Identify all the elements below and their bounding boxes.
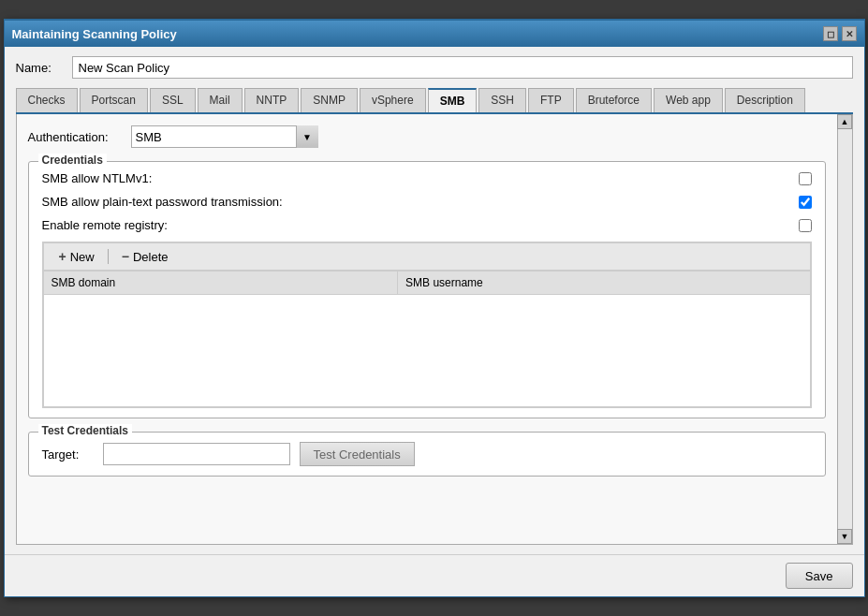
scroll-down-button[interactable]: ▼	[837, 529, 852, 544]
credentials-group-title: Credentials	[38, 154, 107, 167]
toolbar-separator	[108, 249, 109, 264]
new-label: New	[70, 250, 95, 264]
name-input[interactable]	[72, 56, 853, 79]
scrollbar[interactable]: ▲ ▼	[837, 114, 852, 544]
auth-select-wrapper: SMB Kerberos None ▼	[131, 125, 318, 148]
auth-row: Authentication: SMB Kerberos None ▼	[28, 125, 826, 148]
window-title: Maintaining Scanning Policy	[12, 27, 177, 41]
checkbox-ntlmv1[interactable]	[799, 172, 812, 185]
test-target-input[interactable]	[103, 443, 290, 465]
name-row: Name:	[16, 56, 853, 79]
checkbox-registry[interactable]	[799, 219, 812, 232]
name-label: Name:	[16, 61, 63, 75]
credentials-table-container: + New − Delete	[42, 242, 812, 408]
checkbox-plaintext-label: SMB allow plain-text password transmissi…	[42, 195, 283, 209]
checkbox-ntlmv1-row: SMB allow NTLMv1:	[42, 171, 812, 185]
tab-ftp[interactable]: FTP	[528, 88, 574, 112]
tab-mail[interactable]: Mail	[198, 88, 243, 112]
checkbox-plaintext[interactable]	[799, 196, 812, 209]
tab-portscan[interactable]: Portscan	[80, 88, 148, 112]
new-icon: +	[59, 249, 66, 264]
credentials-table-body	[43, 295, 810, 407]
col-smb-username: SMB username	[398, 271, 810, 295]
close-button[interactable]: ✕	[842, 26, 857, 41]
auth-label: Authentication:	[28, 130, 122, 144]
delete-button[interactable]: − Delete	[114, 247, 176, 266]
tab-nntp[interactable]: NNTP	[244, 88, 300, 112]
tab-description[interactable]: Description	[725, 88, 805, 112]
window-body: Name: Checks Portscan SSL Mail NNTP SNMP…	[5, 47, 864, 554]
scroll-up-button[interactable]: ▲	[837, 114, 852, 129]
save-button[interactable]: Save	[786, 563, 853, 589]
tabs-bar: Checks Portscan SSL Mail NNTP SNMP vSphe…	[16, 88, 853, 114]
auth-select[interactable]: SMB Kerberos None	[131, 125, 318, 148]
title-bar-buttons: ◻ ✕	[823, 26, 857, 41]
checkbox-registry-label: Enable remote registry:	[42, 218, 168, 232]
test-credentials-title: Test Credentials	[38, 424, 132, 437]
tab-smb[interactable]: SMB	[428, 88, 478, 112]
test-row: Target: Test Credentials	[42, 442, 812, 466]
new-button[interactable]: + New	[51, 247, 102, 266]
test-target-label: Target:	[42, 447, 94, 462]
scroll-track[interactable]	[838, 129, 852, 529]
tab-ssh[interactable]: SSH	[478, 88, 526, 112]
delete-label: Delete	[133, 250, 169, 264]
tab-webapp[interactable]: Web app	[654, 88, 723, 112]
checkbox-registry-row: Enable remote registry:	[42, 218, 812, 232]
inner-content: Authentication: SMB Kerberos None ▼ Cred…	[28, 125, 841, 477]
checkbox-plaintext-row: SMB allow plain-text password transmissi…	[42, 195, 812, 209]
title-bar: Maintaining Scanning Policy ◻ ✕	[5, 21, 864, 47]
bottom-bar: Save	[5, 554, 864, 596]
restore-button[interactable]: ◻	[823, 26, 838, 41]
tab-bruteforce[interactable]: Bruteforce	[576, 88, 652, 112]
tab-ssl[interactable]: SSL	[150, 88, 196, 112]
main-window: Maintaining Scanning Policy ◻ ✕ Name: Ch…	[4, 19, 865, 597]
test-credentials-button[interactable]: Test Credentials	[300, 442, 415, 466]
col-smb-domain: SMB domain	[43, 271, 398, 295]
credentials-table: SMB domain SMB username	[43, 271, 811, 407]
checkbox-ntlmv1-label: SMB allow NTLMv1:	[42, 171, 153, 185]
test-credentials-button-label: Test Credentials	[314, 447, 401, 462]
credentials-toolbar: + New − Delete	[43, 242, 811, 271]
delete-icon: −	[122, 249, 129, 264]
tab-content: Authentication: SMB Kerberos None ▼ Cred…	[16, 114, 853, 545]
save-label: Save	[805, 569, 833, 583]
tab-checks[interactable]: Checks	[16, 88, 78, 112]
credentials-group: Credentials SMB allow NTLMv1: SMB allow …	[28, 161, 826, 418]
tab-vsphere[interactable]: vSphere	[360, 88, 426, 112]
tab-snmp[interactable]: SNMP	[301, 88, 358, 112]
test-credentials-box: Test Credentials Target: Test Credential…	[28, 432, 826, 477]
